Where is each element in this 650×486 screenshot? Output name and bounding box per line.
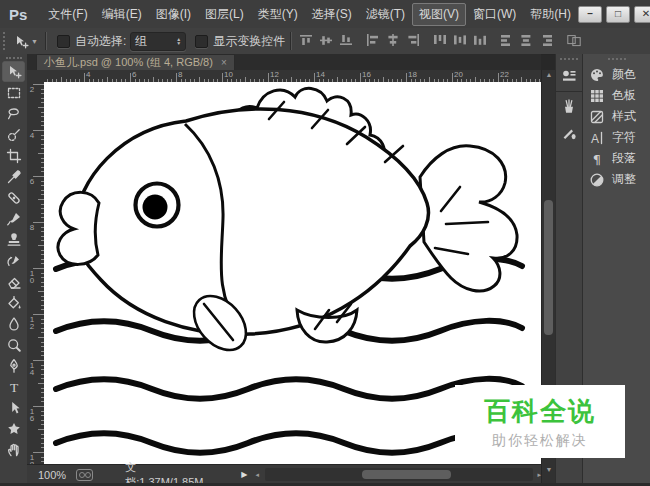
document-tab-bar: 小鱼儿.psd @ 100% (组 4, RGB/8) × xyxy=(27,54,541,70)
align-top-edges-icon[interactable] xyxy=(298,33,316,49)
distribute-right-edges-icon[interactable] xyxy=(539,33,557,49)
ruler-top-label: 8 xyxy=(178,70,182,79)
panel-label: 颜色 xyxy=(612,66,636,83)
distribute-vertical-centers-icon[interactable] xyxy=(452,33,470,49)
quick-selection-tool[interactable] xyxy=(2,124,25,145)
brush-presets-panel-icon[interactable] xyxy=(558,95,580,119)
svg-text:¶: ¶ xyxy=(593,152,601,167)
align-bottom-edges-icon[interactable] xyxy=(338,33,356,49)
menu-类型[interactable]: 类型(Y) xyxy=(251,3,305,26)
tab-close-icon[interactable]: × xyxy=(221,57,227,68)
move-tool[interactable] xyxy=(2,61,25,82)
align-left-edges-icon[interactable] xyxy=(365,33,383,49)
distribute-left-edges-icon[interactable] xyxy=(499,33,517,49)
fish-body xyxy=(74,109,429,334)
history-brush-tool[interactable] xyxy=(2,250,25,271)
hand-tool[interactable] xyxy=(2,439,25,460)
align-horizontal-centers-icon[interactable] xyxy=(385,33,403,49)
auto-select-label: 自动选择: xyxy=(75,33,126,50)
auto-select-target-value: 组 xyxy=(135,33,147,50)
swatches-panel-icon xyxy=(588,87,606,105)
eyedropper-tool[interactable] xyxy=(2,166,25,187)
character-panel-icon: A xyxy=(588,129,606,147)
menu-窗口[interactable]: 窗口(W) xyxy=(466,3,523,26)
distribute-horizontal-centers-icon[interactable] xyxy=(519,33,537,49)
spot-healing-brush-tool[interactable] xyxy=(2,187,25,208)
tools-grip xyxy=(6,57,22,59)
tool-presets-panel-icon[interactable] xyxy=(558,121,580,145)
menu-视图[interactable]: 视图(V) xyxy=(412,3,466,26)
document-tab[interactable]: 小鱼儿.psd @ 100% (组 4, RGB/8) × xyxy=(36,54,235,70)
dropdown-arrows-icon: ▲▼ xyxy=(176,37,181,45)
menu-items: 文件(F)编辑(E)图像(I)图层(L)类型(Y)选择(S)滤镜(T)视图(V)… xyxy=(41,3,578,26)
tool-preset-dropdown-arrow[interactable]: ▼ xyxy=(31,38,38,45)
menu-文件[interactable]: 文件(F) xyxy=(41,3,94,26)
menu-图层[interactable]: 图层(L) xyxy=(198,3,251,26)
ruler-top-label: 16 xyxy=(362,70,371,79)
panel-button-段落[interactable]: ¶段落 xyxy=(583,148,650,169)
eraser-tool[interactable] xyxy=(2,271,25,292)
menu-图像[interactable]: 图像(I) xyxy=(149,3,198,26)
window-controls: –□✕ xyxy=(578,6,650,23)
auto-select-target-dropdown[interactable]: 组 ▲▼ xyxy=(130,32,186,51)
type-tool[interactable]: T xyxy=(2,376,25,397)
ruler-top-label: 12 xyxy=(270,70,279,79)
zoom-level[interactable]: 100% xyxy=(38,469,66,481)
ruler-top-label: 20 xyxy=(454,70,463,79)
horizontal-scroll-thumb[interactable] xyxy=(362,470,451,479)
scroll-down-icon[interactable]: ▼ xyxy=(542,466,556,473)
panel-button-色板[interactable]: 色板 xyxy=(583,85,650,106)
panel-button-颜色[interactable]: 颜色 xyxy=(583,64,650,85)
watermark: 百科全说 助你轻松解决 xyxy=(455,385,625,458)
blur-tool[interactable] xyxy=(2,313,25,334)
mini-color-panel-icon[interactable] xyxy=(558,64,580,88)
scroll-up-icon[interactable]: ▲ xyxy=(542,71,556,78)
panel-button-调整[interactable]: 调整 xyxy=(583,169,650,190)
brush-tool[interactable] xyxy=(2,208,25,229)
show-transform-checkbox[interactable] xyxy=(195,35,208,48)
status-bar: 100% 文档:1.37M/1.85M ▶ ◂ ▸ xyxy=(27,464,541,484)
document-tab-title: 小鱼儿.psd @ 100% (组 4, RGB/8) xyxy=(44,55,213,70)
auto-select-checkbox[interactable] xyxy=(57,35,70,48)
custom-shape-tool[interactable] xyxy=(2,418,25,439)
clone-stamp-tool[interactable] xyxy=(2,229,25,250)
menu-滤镜[interactable]: 滤镜(T) xyxy=(359,3,412,26)
path-selection-tool[interactable] xyxy=(2,397,25,418)
auto-align-layers-icon[interactable] xyxy=(566,33,584,49)
ruler-left-label: 2 xyxy=(28,86,36,93)
maximize-button[interactable]: □ xyxy=(606,6,630,23)
vertical-scroll-thumb[interactable] xyxy=(544,200,553,335)
ruler-top-label: 6 xyxy=(132,70,136,79)
ruler-left-label: 8 xyxy=(28,224,36,231)
close-button[interactable]: ✕ xyxy=(634,6,650,23)
photoshop-logo: Ps xyxy=(9,6,27,23)
menu-帮助[interactable]: 帮助(H) xyxy=(523,3,578,26)
distribute-bottom-edges-icon[interactable] xyxy=(472,33,490,49)
lasso-tool[interactable] xyxy=(2,103,25,124)
ruler-left-label: 4 xyxy=(28,132,36,139)
watermark-title: 百科全说 xyxy=(455,394,625,429)
paint-bucket-tool[interactable] xyxy=(2,292,25,313)
ruler-top-label: 10 xyxy=(224,70,233,79)
panel-button-字符[interactable]: A字符 xyxy=(583,127,650,148)
horizontal-scrollbar[interactable] xyxy=(265,468,534,481)
pen-tool[interactable] xyxy=(2,355,25,376)
menu-编辑[interactable]: 编辑(E) xyxy=(95,3,149,26)
status-flyout-icon[interactable]: ▶ xyxy=(241,470,247,479)
dodge-tool[interactable] xyxy=(2,334,25,355)
rectangular-marquee-tool[interactable] xyxy=(2,82,25,103)
svg-text:A: A xyxy=(591,131,599,145)
svg-text:T: T xyxy=(9,379,18,394)
crop-tool[interactable] xyxy=(2,145,25,166)
panel-label: 色板 xyxy=(612,87,636,104)
distribute-top-edges-icon[interactable] xyxy=(432,33,450,49)
scroll-right-icon[interactable]: ▸ xyxy=(537,471,541,479)
panel-label: 调整 xyxy=(612,171,636,188)
minimize-button[interactable]: – xyxy=(578,6,602,23)
panel-button-样式[interactable]: 样式 xyxy=(583,106,650,127)
panel-label: 样式 xyxy=(612,108,636,125)
align-right-edges-icon[interactable] xyxy=(405,33,423,49)
align-vertical-centers-icon[interactable] xyxy=(318,33,336,49)
menu-选择[interactable]: 选择(S) xyxy=(305,3,359,26)
scroll-left-icon[interactable]: ◂ xyxy=(255,471,259,479)
